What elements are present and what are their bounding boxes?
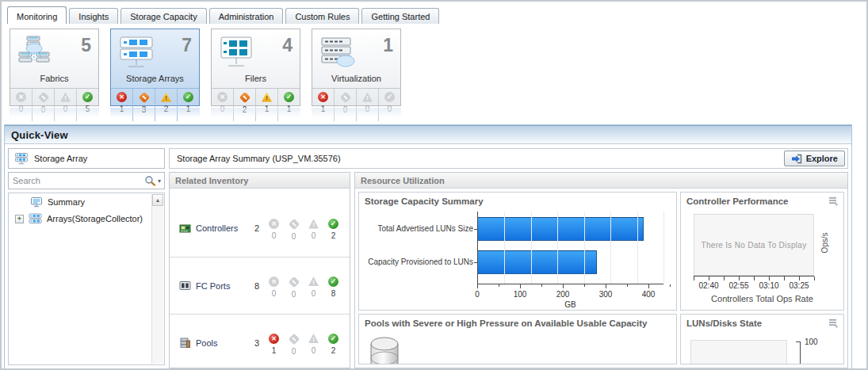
tile-virtualization[interactable]: 1 Virtualization 1000 [312, 29, 401, 106]
quick-view-main: Storage Array Summary (USP_VM.35576) Exp… [168, 145, 851, 368]
tile-filers-top: 4 [212, 29, 300, 74]
tile-storage-arrays[interactable]: 7 Storage Arrays 1321 [110, 29, 200, 106]
summary-icon [30, 196, 43, 208]
critical-status-icon [269, 219, 279, 229]
tile-virtualization-label: Virtualization [312, 74, 400, 88]
x-axis-tick-labels: 02:40 02:55 03:10 03:25 [694, 281, 814, 291]
capacity-bar [478, 250, 597, 274]
warning-status-icon [308, 277, 319, 287]
tile-fabrics[interactable]: 5 Fabrics 0005 [10, 29, 99, 106]
storage-capacity-summary-title: Storage Capacity Summary [359, 193, 676, 206]
critical-status-count: 1 [272, 346, 277, 355]
status-fatal: 0 [284, 216, 304, 241]
resource-utilization-panel: Resource Utilization Storage Capacity Su… [354, 172, 848, 368]
x-tick-label: 0 [475, 290, 480, 299]
tab-getting-started[interactable]: Getting Started [361, 8, 439, 24]
inventory-row-controllers: Controllers 2 0002 [170, 200, 350, 257]
warning-status-count: 0 [312, 289, 316, 298]
object-type-label: Storage Array [34, 154, 87, 163]
tab-administration[interactable]: Administration [209, 8, 284, 24]
search-icon[interactable] [144, 175, 156, 186]
status-normal: 2 [323, 330, 343, 356]
filers-status-row: 0211 [212, 88, 300, 106]
quick-view-body: Storage Array ▾ [5, 145, 851, 368]
warning-status-icon [60, 92, 71, 102]
y-axis-line [800, 341, 801, 364]
tree-item-summary[interactable]: Summary [9, 193, 164, 210]
fabrics-count: 5 [81, 35, 91, 55]
luns-disks-state-title: LUNs/Disks State [681, 315, 843, 328]
x-axis-tick [814, 277, 815, 280]
x-axis-tick [563, 284, 564, 288]
storage-arrays-status-row: 1321 [111, 88, 199, 106]
storage-arrays-count: 7 [182, 35, 192, 55]
chart-options-icon[interactable] [828, 197, 839, 206]
resource-utilization-header: Resource Utilization [355, 173, 847, 189]
tab-storage-capacity[interactable]: Storage Capacity [120, 8, 206, 24]
quick-view-header: Quick-View [5, 125, 851, 144]
critical-status-icon [269, 277, 279, 287]
controller-performance-panel: Controller Performance There Is No Data … [680, 192, 844, 311]
virtualization-count: 1 [383, 35, 393, 55]
pools-pressure-title: Pools with Severe or High Pressure on Av… [359, 315, 676, 328]
chart-options-icon[interactable] [828, 319, 839, 328]
fc-ports-link[interactable]: FC Ports [196, 281, 230, 291]
x-tick-label: 300 [599, 290, 613, 299]
no-data-message: There Is No Data To Display [702, 241, 807, 250]
tab-custom-rules[interactable]: Custom Rules [285, 8, 359, 24]
x-axis-minor-tick [670, 284, 671, 287]
pools-link[interactable]: Pools [196, 338, 218, 348]
fabrics-icon [17, 35, 51, 70]
tree-scrollbar[interactable]: ▲ [151, 194, 163, 364]
explore-button[interactable]: Explore [784, 151, 845, 166]
search-input[interactable] [13, 176, 144, 185]
x-axis-minor-tick [499, 284, 499, 287]
fatal-status-icon [288, 219, 299, 230]
x-axis-tick [739, 277, 740, 280]
quick-view-title: Quick-View [11, 129, 68, 141]
grid-line [663, 212, 664, 284]
tab-insights[interactable]: Insights [69, 8, 118, 24]
related-inventory-header: Related Inventory [170, 173, 350, 189]
status-warning: 0 [304, 273, 323, 299]
tree-item-arrays[interactable]: + Arrays(StorageCollector) [9, 210, 164, 227]
tile-filers[interactable]: 4 Filers 0211 [211, 29, 300, 106]
expand-plus-icon[interactable]: + [15, 215, 24, 223]
x-tick-label: 200 [556, 290, 570, 299]
x-axis-tick [769, 277, 770, 280]
scroll-up-icon[interactable]: ▲ [152, 194, 163, 206]
critical-status-icon [269, 334, 279, 344]
tile-fabrics-top: 5 [10, 29, 98, 74]
fc-ports-count: 8 [254, 281, 259, 291]
status-critical: 1 [264, 330, 284, 356]
virtualization-status-row: 1000 [312, 88, 400, 106]
object-type-selector[interactable]: Storage Array [8, 148, 165, 169]
y-axis-tick [796, 341, 801, 342]
pools-status-cluster: 1002 [264, 330, 343, 356]
tile-storage-arrays-label: Storage Arrays [111, 74, 199, 88]
tile-reflection [211, 108, 300, 118]
status-fatal: 0 [284, 330, 304, 356]
controllers-link[interactable]: Controllers [196, 223, 238, 233]
x-tick-label: 02:40 [698, 281, 718, 290]
tile-filers-label: Filers [212, 74, 300, 88]
luns-disks-state-panel: LUNs/Disks State [680, 314, 844, 364]
tab-monitoring[interactable]: Monitoring [7, 6, 67, 24]
status-critical: 0 [264, 273, 284, 299]
storage-capacity-summary-panel: Storage Capacity Summary Total Advertise… [358, 192, 677, 311]
tile-reflection [312, 108, 401, 118]
x-tick-label: 02:55 [728, 281, 748, 290]
array-node-icon [29, 213, 42, 224]
category-tick [474, 262, 478, 263]
warning-status-icon [262, 92, 272, 102]
explore-label: Explore [806, 154, 838, 163]
related-inventory-panel: Related Inventory [169, 172, 350, 368]
x-axis-tick [694, 277, 694, 280]
search-options-caret-icon[interactable]: ▾ [158, 177, 161, 185]
critical-status-count: 0 [272, 231, 277, 240]
category-tick [474, 229, 478, 230]
status-warning: 0 [304, 216, 323, 241]
x-axis-tick [520, 284, 521, 288]
x-axis-minor-tick [541, 284, 542, 287]
bar-plot-area [477, 212, 663, 284]
